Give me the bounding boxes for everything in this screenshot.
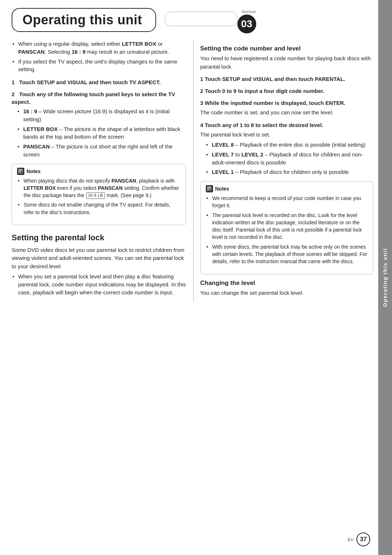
- en-label: En: [348, 537, 354, 542]
- page-number-area: En 37: [348, 532, 370, 546]
- aspect-bullet-1: 16 : 9 – Wide screen picture (16:9) is d…: [17, 107, 186, 123]
- header-row: Operating this unit Section 03: [0, 0, 392, 33]
- code-step1: 1 Touch SETUP and VISUAL and then touch …: [200, 75, 373, 83]
- svg-rect-1: [19, 171, 22, 171]
- svg-rect-4: [208, 188, 211, 189]
- code-step2: 2 Touch 0 to 9 to input a four digit cod…: [200, 87, 373, 95]
- notes-box-left: Notes When playing discs that do not spe…: [12, 164, 186, 225]
- section-label: Section: [241, 9, 256, 14]
- svg-rect-5: [208, 189, 210, 190]
- code-intro: You need to have registered a code numbe…: [200, 54, 373, 71]
- notes-bullets-left: When playing discs that do not specify P…: [17, 177, 180, 216]
- page-number: 37: [356, 532, 370, 546]
- notes-title-left: Notes: [17, 168, 180, 175]
- intro-bullet-2: If you select the TV aspect, the unit's …: [12, 58, 186, 74]
- title-box: Operating this unit: [12, 8, 156, 32]
- notes-icon-left: [17, 168, 24, 175]
- notes-bullet-left-2: Some discs do not enable changing of the…: [17, 201, 180, 216]
- parental-lock-bullets: When you set a parental lock level and t…: [12, 273, 186, 296]
- code-step3: 3 While the inputted number is displayed…: [200, 99, 373, 107]
- notes-bullet-right-3: With some discs, the parental lock may b…: [206, 243, 368, 265]
- aspect-bullet-2: LETTER BOX – The picture is the shape of…: [17, 125, 186, 141]
- notes-bullets-right: We recommend to keep a record of your co…: [206, 195, 368, 265]
- step1-heading: 1 Touch SETUP and VISUAL and then touch …: [12, 78, 186, 86]
- notes-bullet-right-1: We recommend to keep a record of your co…: [206, 195, 368, 209]
- notes-label-left: Notes: [26, 168, 41, 174]
- notes-box-right: Notes We recommend to keep a record of y…: [200, 181, 373, 274]
- intro-bullet-list: When using a regular display, select eit…: [12, 40, 186, 73]
- section-area: Section 03: [237, 8, 275, 33]
- level-bullet-1: LEVEL 8 – Playback of the entire disc is…: [205, 141, 373, 149]
- parental-lock-heading: Setting the parental lock: [12, 233, 186, 242]
- parental-lock-intro: Some DVD video discs let you use parenta…: [12, 246, 186, 271]
- code-step4-text: The parental lock level is set.: [200, 131, 373, 139]
- sidebar-label: Operating this unit: [382, 248, 388, 307]
- notes-title-right: Notes: [206, 185, 368, 192]
- badge-16-9-lb: 16:9 LB: [86, 192, 104, 199]
- main-content: When using a regular display, select eit…: [0, 33, 392, 302]
- step2-heading: 2 Touch any of the following touch panel…: [12, 90, 186, 106]
- svg-rect-0: [19, 170, 22, 170]
- level-bullet-2: LEVEL 7 to LEVEL 2 – Playback of discs f…: [205, 151, 373, 167]
- changing-level-text: You can change the set parental lock lev…: [200, 289, 373, 297]
- code-heading: Setting the code number and level: [200, 45, 373, 52]
- right-column: Setting the code number and level You ne…: [194, 40, 373, 302]
- svg-rect-2: [19, 172, 21, 172]
- section-number: 03: [237, 15, 256, 33]
- changing-level-heading: Changing the level: [200, 279, 373, 287]
- page-container: Operating this unit Operating this unit …: [0, 0, 392, 555]
- code-step3-text: The code number is set, and you can now …: [200, 109, 373, 117]
- level-bullet-list: LEVEL 8 – Playback of the entire disc is…: [200, 141, 373, 176]
- notes-bullet-right-2: The parental lock level is recorded on t…: [206, 212, 368, 241]
- parental-lock-bullet-1: When you set a parental lock level and t…: [12, 273, 186, 296]
- left-column: When using a regular display, select eit…: [12, 40, 193, 302]
- code-step4: 4 Touch any of 1 to 8 to select the desi…: [200, 121, 373, 129]
- level-bullet-3: LEVEL 1 – Playback of discs for children…: [205, 168, 373, 176]
- notes-bullet-left-1: When playing discs that do not specify P…: [17, 177, 180, 199]
- aspect-bullet-list: 16 : 9 – Wide screen picture (16:9) is d…: [12, 107, 186, 159]
- notes-label-right: Notes: [215, 186, 229, 192]
- intro-bullet-1: When using a regular display, select eit…: [12, 40, 186, 56]
- page-title: Operating this unit: [23, 12, 142, 28]
- notes-icon-right: [206, 185, 213, 192]
- svg-rect-3: [208, 187, 211, 188]
- chapter-box: [165, 12, 237, 26]
- right-sidebar: Operating this unit: [378, 0, 392, 555]
- aspect-bullet-3: PANSCAN – The picture is cut short at th…: [17, 143, 186, 159]
